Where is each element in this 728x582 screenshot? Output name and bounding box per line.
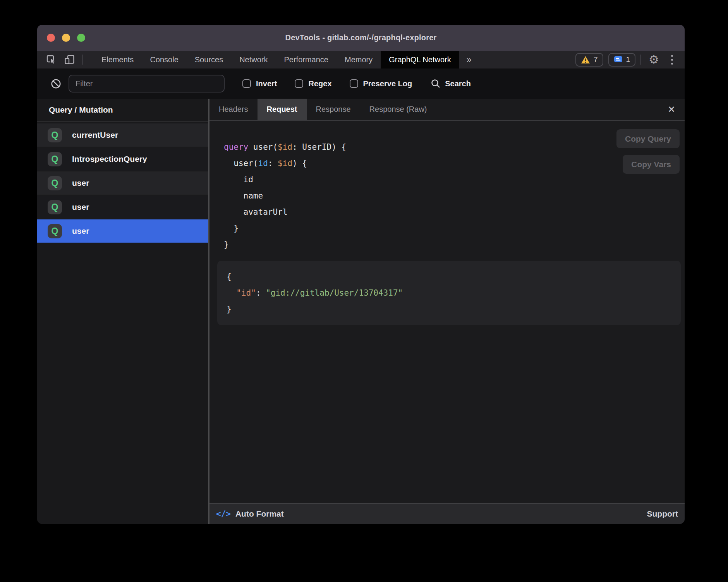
filter-checkbox-group[interactable]: Invert bbox=[242, 79, 277, 88]
query-type-badge: Q bbox=[48, 152, 62, 166]
panel-tabs: Elements Console Sources Network Perform… bbox=[93, 51, 459, 68]
query-sidebar: Query / Mutation Q currentUser Q Introsp… bbox=[37, 99, 208, 524]
graphql-query-code: query user($id: UserID) { user(id: $id) … bbox=[209, 121, 685, 253]
filter-checkbox-group[interactable]: Regex bbox=[295, 79, 331, 88]
zoom-window-button[interactable] bbox=[77, 34, 85, 42]
code-line: avatarUrl bbox=[224, 204, 685, 220]
checkbox-label: Regex bbox=[308, 79, 331, 88]
search-control[interactable]: Search bbox=[431, 79, 471, 89]
main-split: Query / Mutation Q currentUser Q Introsp… bbox=[37, 99, 685, 524]
copy-vars-button[interactable]: Copy Vars bbox=[623, 155, 680, 174]
copy-query-button[interactable]: Copy Query bbox=[616, 129, 680, 148]
request-name: IntrospectionQuery bbox=[72, 154, 147, 164]
code-line: name bbox=[224, 188, 685, 204]
detail-footer: </> Auto Format Support bbox=[209, 503, 685, 524]
warning-icon bbox=[581, 56, 590, 64]
support-link[interactable]: Support bbox=[647, 509, 678, 519]
panel-tab[interactable]: Sources bbox=[187, 51, 231, 68]
code-token: name bbox=[224, 191, 263, 200]
request-list-item[interactable]: Q user bbox=[37, 171, 208, 195]
detail-tab[interactable]: Response bbox=[307, 99, 360, 120]
issues-badge[interactable]: 1 bbox=[608, 53, 636, 67]
window-title: DevTools - gitlab.com/-/graphql-explorer bbox=[285, 33, 436, 42]
code-token: $id bbox=[278, 159, 292, 168]
detail-panel: Headers Request Response Response (Raw) … bbox=[209, 99, 685, 524]
toolbar-separator bbox=[640, 55, 641, 65]
detail-tabs-list: Headers Request Response Response (Raw) bbox=[209, 99, 436, 120]
settings-gear-icon[interactable]: ⚙ bbox=[646, 54, 661, 65]
code-token: $id bbox=[278, 142, 292, 152]
panel-tab[interactable]: Elements bbox=[93, 51, 142, 68]
code-brackets-icon: </> bbox=[216, 509, 231, 519]
detail-tab[interactable]: Response (Raw) bbox=[360, 99, 436, 120]
close-panel-icon[interactable]: ✕ bbox=[658, 99, 685, 120]
panel-tab[interactable]: Memory bbox=[337, 51, 381, 68]
devtools-toolbar: Elements Console Sources Network Perform… bbox=[37, 51, 685, 68]
code-token: user( bbox=[224, 159, 258, 168]
request-list-item[interactable]: Q currentUser bbox=[37, 123, 208, 147]
request-name: user bbox=[72, 202, 89, 212]
search-label: Search bbox=[445, 79, 471, 88]
detail-tabbar: Headers Request Response Response (Raw) … bbox=[209, 99, 685, 121]
checkbox-label: Invert bbox=[256, 79, 277, 88]
request-list-item[interactable]: Q IntrospectionQuery bbox=[37, 147, 208, 171]
search-icon bbox=[431, 79, 441, 89]
code-token: : bbox=[256, 288, 266, 298]
inspect-element-icon[interactable] bbox=[46, 55, 57, 65]
code-token: } bbox=[224, 240, 229, 249]
code-token: "gid://gitlab/User/13704317" bbox=[266, 288, 403, 298]
code-token: } bbox=[227, 305, 232, 314]
filter-checkboxes: Invert Regex Preserve Log bbox=[225, 79, 412, 88]
checkbox[interactable] bbox=[242, 79, 251, 88]
code-line: user(id: $id) { bbox=[224, 155, 685, 171]
window-titlebar[interactable]: DevTools - gitlab.com/-/graphql-explorer bbox=[37, 25, 685, 51]
query-type-badge: Q bbox=[48, 224, 62, 238]
device-toolbar-icon[interactable] bbox=[64, 55, 75, 65]
code-line: query user($id: UserID) { bbox=[224, 139, 685, 155]
checkbox[interactable] bbox=[295, 79, 303, 88]
checkbox[interactable] bbox=[350, 79, 358, 88]
code-token: : bbox=[268, 159, 278, 168]
filter-checkbox-group[interactable]: Preserve Log bbox=[350, 79, 412, 88]
clear-block-icon[interactable] bbox=[51, 79, 61, 89]
toolbar-right-group: 7 1 ⚙ bbox=[575, 51, 685, 68]
query-variables-box: { "id": "gid://gitlab/User/13704317" } bbox=[217, 261, 681, 325]
request-name: user bbox=[72, 226, 89, 236]
minimize-window-button[interactable] bbox=[62, 34, 70, 42]
desktop-background: DevTools - gitlab.com/-/graphql-explorer bbox=[0, 0, 728, 582]
code-line: "id": "gid://gitlab/User/13704317" bbox=[227, 285, 671, 301]
code-token: { bbox=[227, 272, 232, 281]
code-token: ) { bbox=[292, 159, 307, 168]
close-window-button[interactable] bbox=[47, 34, 55, 42]
filter-bar: Invert Regex Preserve Log bbox=[37, 68, 685, 99]
panel-tab[interactable]: Console bbox=[142, 51, 186, 68]
code-line: } bbox=[227, 301, 671, 317]
code-token: query bbox=[224, 142, 248, 152]
detail-tab[interactable]: Headers bbox=[209, 99, 258, 120]
code-token: id bbox=[258, 159, 268, 168]
auto-format-button[interactable]: </> Auto Format bbox=[216, 509, 284, 519]
request-list-item[interactable]: Q user bbox=[37, 219, 208, 243]
message-count: 1 bbox=[626, 55, 630, 64]
panel-tab[interactable]: GraphQL Network bbox=[381, 51, 459, 68]
warnings-badge[interactable]: 7 bbox=[575, 53, 603, 67]
filter-input[interactable] bbox=[69, 75, 225, 92]
query-type-badge: Q bbox=[48, 176, 62, 190]
request-list-item[interactable]: Q user bbox=[37, 195, 208, 219]
request-name: user bbox=[72, 178, 89, 188]
traffic-lights bbox=[47, 25, 85, 51]
auto-format-label: Auto Format bbox=[235, 509, 284, 519]
code-line: } bbox=[224, 236, 685, 253]
code-token: id bbox=[224, 175, 253, 184]
more-options-kebab-icon[interactable] bbox=[666, 55, 678, 65]
panel-tab[interactable]: Network bbox=[231, 51, 276, 68]
detail-tab[interactable]: Request bbox=[258, 99, 307, 120]
code-line: { bbox=[227, 269, 671, 285]
code-token: user( bbox=[248, 142, 278, 152]
more-tabs-icon[interactable]: » bbox=[459, 51, 479, 68]
panel-tab[interactable]: Performance bbox=[276, 51, 337, 68]
query-type-badge: Q bbox=[48, 200, 62, 214]
request-name: currentUser bbox=[72, 130, 118, 140]
sidebar-header: Query / Mutation bbox=[37, 99, 208, 122]
checkbox-label: Preserve Log bbox=[363, 79, 412, 88]
